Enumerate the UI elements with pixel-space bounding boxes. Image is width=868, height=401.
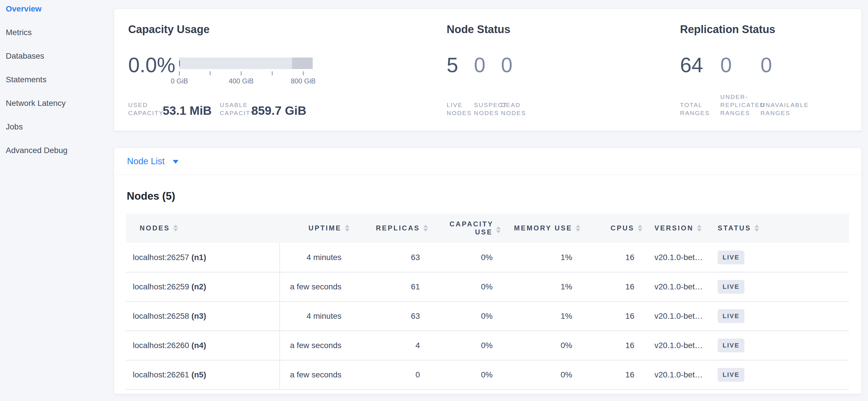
chevron-down-icon: [173, 160, 179, 164]
cpus-cell: 16: [583, 243, 645, 272]
node-address: localhost:26260: [133, 341, 189, 350]
sort-icon: [423, 225, 430, 232]
usable-capacity-label: USABLE CAPACITY: [220, 101, 248, 117]
stat-value: 5: [447, 54, 474, 77]
node-list-card: Node List Nodes (5) NODES UPTIME REPLICA…: [114, 148, 862, 394]
node-list-dropdown[interactable]: Node List: [127, 156, 179, 167]
replicas-cell: 63: [352, 243, 430, 272]
column-header-capacity-use[interactable]: CAPACITY USE: [430, 213, 503, 243]
column-label: MEMORY USE: [514, 224, 572, 232]
node-address-cell: localhost:26258 (n3): [126, 302, 280, 331]
memory-use-cell: 1%: [503, 243, 583, 272]
memory-use-cell: 0%: [503, 331, 583, 360]
status-cell: LIVE: [716, 302, 849, 331]
status-badge: LIVE: [718, 309, 744, 323]
sidebar-item-databases[interactable]: Databases: [0, 51, 114, 61]
stat-label: TOTAL RANGES: [680, 101, 720, 117]
capacity-bar-other-segment: [292, 58, 313, 69]
memory-use-cell: 1%: [503, 302, 583, 331]
node-address: localhost:26258: [133, 312, 189, 320]
uptime-cell: 4 minutes: [280, 243, 352, 272]
table-row[interactable]: localhost:26261 (n5) a few seconds 0 0% …: [126, 360, 849, 390]
node-status-values: 500: [447, 54, 544, 77]
stat-value: 0: [474, 54, 501, 77]
stat-value: 0: [720, 54, 761, 77]
node-address-cell: localhost:26261 (n5): [126, 360, 280, 390]
nodes-table: NODES UPTIME REPLICAS CAPACITY USE MEMOR…: [126, 213, 849, 390]
stat-label: UNAVAILABLE RANGES: [761, 101, 815, 117]
used-capacity-value: 53.1 MiB: [163, 105, 212, 117]
column-header-uptime[interactable]: UPTIME: [280, 213, 352, 243]
capacity-bar-used-segment: [179, 60, 180, 66]
sort-icon: [496, 226, 503, 233]
stat-label: DEAD NODES: [501, 101, 544, 117]
replicas-cell: 63: [352, 302, 430, 331]
axis-tick: [241, 71, 242, 75]
sidebar-item-metrics[interactable]: Metrics: [0, 28, 114, 37]
node-address-cell: localhost:26260 (n4): [126, 331, 280, 360]
sidebar-item-jobs[interactable]: Jobs: [0, 122, 114, 132]
node-address-cell: localhost:26257 (n1): [126, 243, 280, 272]
status-cell: LIVE: [716, 331, 849, 360]
column-label: VERSION: [654, 224, 693, 232]
used-capacity-label: USED CAPACITY: [128, 101, 160, 117]
sort-icon: [345, 225, 352, 232]
status-cell: LIVE: [716, 272, 849, 302]
status-badge: LIVE: [718, 251, 744, 264]
capacity-use-cell: 0%: [430, 360, 503, 390]
status-badge: LIVE: [718, 368, 744, 382]
axis-tick-label: 0 GiB: [171, 77, 188, 85]
sidebar-item-overview[interactable]: Overview: [0, 4, 114, 13]
capacity-bar: [179, 58, 313, 69]
status-badge: LIVE: [718, 280, 744, 294]
node-status-labels: LIVE NODESSUSPECT NODESDEAD NODES: [447, 101, 544, 117]
uptime-cell: a few seconds: [280, 272, 352, 302]
capacity-use-cell: 0%: [430, 302, 503, 331]
node-id: (n3): [191, 312, 206, 320]
sort-icon: [576, 225, 583, 232]
column-label: CPUS: [611, 224, 634, 232]
capacity-use-cell: 0%: [430, 272, 503, 302]
uptime-cell: 4 minutes: [280, 302, 352, 331]
replicas-cell: 4: [352, 331, 430, 360]
sidebar-item-advanced-debug[interactable]: Advanced Debug: [0, 146, 114, 155]
table-row[interactable]: localhost:26259 (n2) a few seconds 61 0%…: [126, 272, 849, 302]
replication-status-values: 6400: [680, 54, 815, 77]
node-id: (n5): [191, 370, 206, 379]
column-label: CAPACITY USE: [450, 220, 493, 236]
axis-tick: [179, 71, 180, 75]
column-header-version[interactable]: VERSION: [645, 213, 716, 243]
axis-tick: [210, 71, 210, 75]
column-header-memory-use[interactable]: MEMORY USE: [503, 213, 583, 243]
column-header-status[interactable]: STATUS: [716, 213, 849, 243]
sidebar-item-network-latency[interactable]: Network Latency: [0, 98, 114, 108]
cpus-cell: 16: [583, 331, 645, 360]
cpus-cell: 16: [583, 272, 645, 302]
node-id: (n4): [191, 341, 206, 350]
stat-label: LIVE NODES: [447, 101, 474, 117]
table-row[interactable]: localhost:26257 (n1) 4 minutes 63 0% 1% …: [126, 243, 849, 272]
node-id: (n1): [191, 253, 206, 262]
node-list-header: Node List: [114, 148, 861, 175]
version-cell: v20.1.0-bet…: [645, 302, 716, 331]
status-badge: LIVE: [718, 339, 744, 352]
cpus-cell: 16: [583, 302, 645, 331]
table-row[interactable]: localhost:26258 (n3) 4 minutes 63 0% 1% …: [126, 302, 849, 331]
replication-status-title: Replication Status: [680, 23, 775, 36]
stat-label: UNDER- REPLICATED RANGES: [720, 93, 761, 117]
sort-icon: [697, 225, 704, 232]
column-label: UPTIME: [308, 224, 341, 232]
column-label: NODES: [140, 224, 170, 232]
axis-tick: [303, 71, 304, 75]
column-header-cpus[interactable]: CPUS: [583, 213, 645, 243]
column-header-replicas[interactable]: REPLICAS: [352, 213, 430, 243]
column-header-nodes[interactable]: NODES: [126, 213, 280, 243]
version-cell: v20.1.0-bet…: [645, 360, 716, 390]
node-address: localhost:26259: [133, 282, 189, 291]
sidebar-item-statements[interactable]: Statements: [0, 75, 114, 84]
stat-value: 0: [761, 54, 815, 77]
replicas-cell: 61: [352, 272, 430, 302]
axis-tick-label: 400 GiB: [229, 77, 254, 85]
table-row[interactable]: localhost:26260 (n4) a few seconds 4 0% …: [126, 331, 849, 360]
usable-capacity-value: 859.7 GiB: [251, 105, 306, 117]
